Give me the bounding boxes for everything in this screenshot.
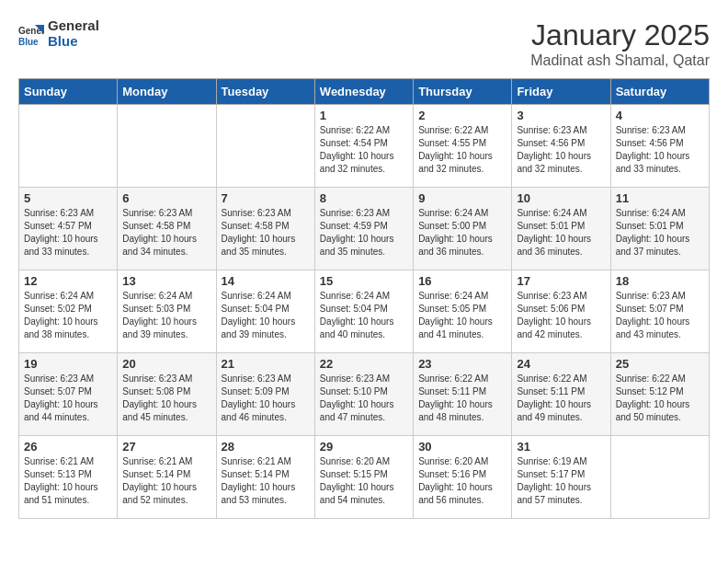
calendar-cell: 12Sunrise: 6:24 AM Sunset: 5:02 PM Dayli…	[19, 270, 118, 353]
day-number: 1	[320, 109, 408, 122]
day-detail: Sunrise: 6:24 AM Sunset: 5:04 PM Dayligh…	[222, 290, 310, 341]
day-number: 17	[517, 274, 605, 288]
weekday-header-row: SundayMondayTuesdayWednesdayThursdayFrid…	[19, 79, 710, 105]
day-number: 19	[24, 357, 112, 371]
day-number: 14	[222, 274, 310, 288]
day-detail: Sunrise: 6:22 AM Sunset: 5:11 PM Dayligh…	[418, 373, 506, 424]
day-detail: Sunrise: 6:22 AM Sunset: 5:12 PM Dayligh…	[616, 373, 704, 424]
day-number: 23	[418, 357, 506, 371]
calendar-cell: 9Sunrise: 6:24 AM Sunset: 5:00 PM Daylig…	[414, 188, 512, 270]
weekday-header: Wednesday	[314, 79, 413, 105]
calendar-cell	[216, 105, 314, 188]
calendar-cell: 5Sunrise: 6:23 AM Sunset: 4:57 PM Daylig…	[19, 188, 118, 270]
day-detail: Sunrise: 6:23 AM Sunset: 5:10 PM Dayligh…	[320, 373, 408, 424]
day-detail: Sunrise: 6:23 AM Sunset: 4:56 PM Dayligh…	[616, 124, 704, 176]
calendar-week-row: 19Sunrise: 6:23 AM Sunset: 5:07 PM Dayli…	[19, 353, 710, 436]
day-detail: Sunrise: 6:19 AM Sunset: 5:17 PM Dayligh…	[517, 455, 605, 507]
weekday-header: Friday	[512, 79, 610, 105]
calendar-cell: 25Sunrise: 6:22 AM Sunset: 5:12 PM Dayli…	[610, 353, 709, 436]
weekday-header: Thursday	[414, 79, 512, 105]
day-detail: Sunrise: 6:23 AM Sunset: 5:07 PM Dayligh…	[24, 373, 112, 424]
day-number: 26	[24, 440, 112, 454]
location-subtitle: Madinat ash Shamal, Qatar	[530, 52, 710, 69]
calendar-cell: 11Sunrise: 6:24 AM Sunset: 5:01 PM Dayli…	[610, 188, 709, 270]
calendar-cell: 23Sunrise: 6:22 AM Sunset: 5:11 PM Dayli…	[414, 353, 512, 436]
calendar-table: SundayMondayTuesdayWednesdayThursdayFrid…	[18, 78, 710, 519]
calendar-cell: 28Sunrise: 6:21 AM Sunset: 5:14 PM Dayli…	[216, 436, 314, 519]
day-number: 4	[616, 109, 704, 122]
calendar-week-row: 1Sunrise: 6:22 AM Sunset: 4:54 PM Daylig…	[19, 105, 710, 188]
calendar-cell: 10Sunrise: 6:24 AM Sunset: 5:01 PM Dayli…	[512, 188, 610, 270]
day-detail: Sunrise: 6:23 AM Sunset: 4:57 PM Dayligh…	[24, 207, 112, 259]
calendar-cell: 20Sunrise: 6:23 AM Sunset: 5:08 PM Dayli…	[118, 353, 216, 436]
calendar-cell: 16Sunrise: 6:24 AM Sunset: 5:05 PM Dayli…	[414, 270, 512, 353]
day-detail: Sunrise: 6:23 AM Sunset: 5:07 PM Dayligh…	[616, 290, 704, 341]
calendar-cell	[118, 105, 216, 188]
day-number: 13	[122, 274, 210, 288]
day-number: 18	[616, 274, 704, 288]
calendar-cell: 3Sunrise: 6:23 AM Sunset: 4:56 PM Daylig…	[512, 105, 610, 188]
calendar-cell: 8Sunrise: 6:23 AM Sunset: 4:59 PM Daylig…	[314, 188, 413, 270]
page-header: General Blue General Blue January 2025 M…	[18, 18, 710, 69]
day-detail: Sunrise: 6:23 AM Sunset: 5:09 PM Dayligh…	[222, 373, 310, 424]
calendar-cell: 15Sunrise: 6:24 AM Sunset: 5:04 PM Dayli…	[314, 270, 413, 353]
calendar-cell: 19Sunrise: 6:23 AM Sunset: 5:07 PM Dayli…	[19, 353, 118, 436]
day-detail: Sunrise: 6:24 AM Sunset: 5:04 PM Dayligh…	[320, 290, 408, 341]
day-number: 15	[320, 274, 408, 288]
logo: General Blue General Blue	[18, 18, 99, 49]
calendar-cell: 2Sunrise: 6:22 AM Sunset: 4:55 PM Daylig…	[414, 105, 512, 188]
day-detail: Sunrise: 6:24 AM Sunset: 5:02 PM Dayligh…	[24, 290, 112, 341]
calendar-cell: 17Sunrise: 6:23 AM Sunset: 5:06 PM Dayli…	[512, 270, 610, 353]
day-number: 3	[517, 109, 605, 122]
calendar-cell: 6Sunrise: 6:23 AM Sunset: 4:58 PM Daylig…	[118, 188, 216, 270]
svg-text:Blue: Blue	[18, 37, 39, 47]
calendar-cell: 1Sunrise: 6:22 AM Sunset: 4:54 PM Daylig…	[314, 105, 413, 188]
day-number: 12	[24, 274, 112, 288]
weekday-header: Saturday	[610, 79, 709, 105]
calendar-cell	[610, 436, 709, 519]
calendar-week-row: 12Sunrise: 6:24 AM Sunset: 5:02 PM Dayli…	[19, 270, 710, 353]
calendar-cell: 26Sunrise: 6:21 AM Sunset: 5:13 PM Dayli…	[19, 436, 118, 519]
day-number: 27	[122, 440, 210, 454]
calendar-week-row: 26Sunrise: 6:21 AM Sunset: 5:13 PM Dayli…	[19, 436, 710, 519]
calendar-cell: 18Sunrise: 6:23 AM Sunset: 5:07 PM Dayli…	[610, 270, 709, 353]
day-number: 30	[418, 440, 506, 454]
calendar-cell: 24Sunrise: 6:22 AM Sunset: 5:11 PM Dayli…	[512, 353, 610, 436]
day-number: 2	[418, 109, 506, 122]
weekday-header: Tuesday	[216, 79, 314, 105]
weekday-header: Sunday	[19, 79, 118, 105]
day-detail: Sunrise: 6:24 AM Sunset: 5:01 PM Dayligh…	[517, 207, 605, 259]
day-detail: Sunrise: 6:21 AM Sunset: 5:13 PM Dayligh…	[24, 455, 112, 507]
day-detail: Sunrise: 6:20 AM Sunset: 5:15 PM Dayligh…	[320, 455, 408, 507]
day-number: 9	[418, 191, 506, 205]
day-number: 21	[222, 357, 310, 371]
day-number: 20	[122, 357, 210, 371]
day-detail: Sunrise: 6:22 AM Sunset: 4:54 PM Dayligh…	[320, 124, 408, 176]
day-number: 29	[320, 440, 408, 454]
day-number: 28	[222, 440, 310, 454]
calendar-cell: 4Sunrise: 6:23 AM Sunset: 4:56 PM Daylig…	[610, 105, 709, 188]
day-detail: Sunrise: 6:22 AM Sunset: 4:55 PM Dayligh…	[418, 124, 506, 176]
day-detail: Sunrise: 6:23 AM Sunset: 4:56 PM Dayligh…	[517, 124, 605, 176]
calendar-cell: 30Sunrise: 6:20 AM Sunset: 5:16 PM Dayli…	[414, 436, 512, 519]
day-detail: Sunrise: 6:21 AM Sunset: 5:14 PM Dayligh…	[122, 455, 210, 507]
day-detail: Sunrise: 6:23 AM Sunset: 4:58 PM Dayligh…	[222, 207, 310, 259]
day-number: 10	[517, 191, 605, 205]
day-number: 7	[222, 191, 310, 205]
day-number: 31	[517, 440, 605, 454]
day-detail: Sunrise: 6:23 AM Sunset: 4:59 PM Dayligh…	[320, 207, 408, 259]
day-detail: Sunrise: 6:23 AM Sunset: 5:08 PM Dayligh…	[122, 373, 210, 424]
day-number: 8	[320, 191, 408, 205]
day-detail: Sunrise: 6:20 AM Sunset: 5:16 PM Dayligh…	[418, 455, 506, 507]
day-detail: Sunrise: 6:23 AM Sunset: 5:06 PM Dayligh…	[517, 290, 605, 341]
day-detail: Sunrise: 6:23 AM Sunset: 4:58 PM Dayligh…	[122, 207, 210, 259]
day-number: 22	[320, 357, 408, 371]
day-detail: Sunrise: 6:24 AM Sunset: 5:03 PM Dayligh…	[122, 290, 210, 341]
month-title: January 2025	[530, 18, 710, 52]
calendar-cell: 21Sunrise: 6:23 AM Sunset: 5:09 PM Dayli…	[216, 353, 314, 436]
day-number: 6	[122, 191, 210, 205]
calendar-cell: 14Sunrise: 6:24 AM Sunset: 5:04 PM Dayli…	[216, 270, 314, 353]
calendar-cell: 7Sunrise: 6:23 AM Sunset: 4:58 PM Daylig…	[216, 188, 314, 270]
weekday-header: Monday	[118, 79, 216, 105]
calendar-cell: 29Sunrise: 6:20 AM Sunset: 5:15 PM Dayli…	[314, 436, 413, 519]
